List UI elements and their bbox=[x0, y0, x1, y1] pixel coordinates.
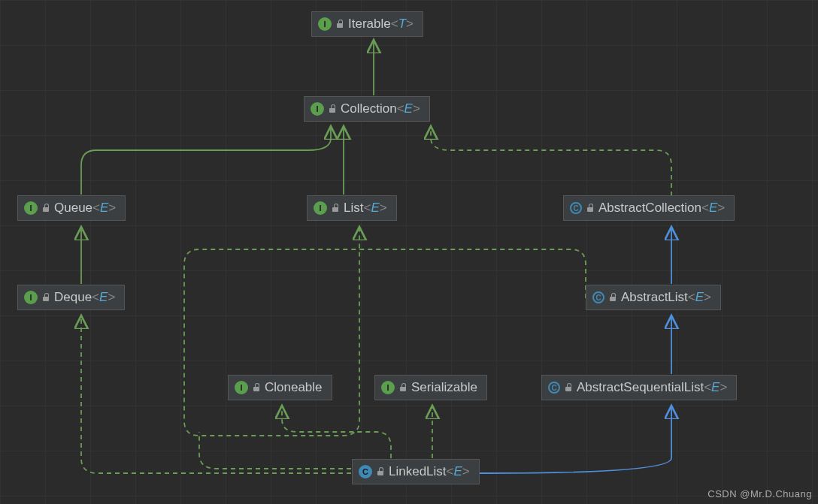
interface-icon: I bbox=[24, 291, 38, 304]
background-grid bbox=[0, 0, 818, 504]
node-list[interactable]: I List<E> bbox=[307, 195, 397, 221]
abstract-class-icon: C bbox=[570, 202, 582, 214]
node-abscol[interactable]: C AbstractCollection<E> bbox=[563, 195, 735, 221]
node-label: AbstractSequentialList<E> bbox=[577, 380, 727, 395]
watermark: CSDN @Mr.D.Chuang bbox=[707, 488, 812, 499]
interface-icon: I bbox=[235, 381, 248, 394]
lock-icon bbox=[42, 204, 50, 212]
interface-icon: I bbox=[318, 17, 332, 31]
interface-icon: I bbox=[311, 102, 324, 116]
node-label: AbstractList<E> bbox=[621, 290, 711, 305]
node-abslist[interactable]: C AbstractList<E> bbox=[586, 285, 721, 310]
node-collection[interactable]: I Collection<E> bbox=[304, 96, 430, 122]
lock-icon bbox=[586, 204, 594, 212]
node-label: Cloneable bbox=[265, 380, 323, 395]
lock-icon bbox=[42, 294, 50, 301]
node-label: LinkedList<E> bbox=[389, 464, 470, 479]
node-serializable[interactable]: I Serializable bbox=[374, 375, 487, 400]
abstract-class-icon: C bbox=[548, 382, 560, 394]
lock-icon bbox=[377, 468, 384, 475]
node-label: Collection<E> bbox=[341, 101, 420, 116]
lock-icon bbox=[609, 294, 617, 301]
interface-icon: I bbox=[24, 201, 38, 215]
interface-icon: I bbox=[381, 381, 395, 394]
node-label: Deque<E> bbox=[54, 290, 115, 305]
node-iterable[interactable]: I Iterable<T> bbox=[311, 11, 423, 37]
lock-icon bbox=[565, 384, 572, 391]
node-absseqlist[interactable]: C AbstractSequentialList<E> bbox=[541, 375, 737, 400]
node-label: AbstractCollection<E> bbox=[598, 201, 725, 216]
node-deque[interactable]: I Deque<E> bbox=[17, 285, 125, 310]
abstract-class-icon: C bbox=[592, 291, 604, 303]
node-cloneable[interactable]: I Cloneable bbox=[228, 375, 332, 400]
lock-icon bbox=[336, 20, 344, 28]
lock-icon bbox=[399, 384, 407, 391]
interface-icon: I bbox=[314, 201, 327, 215]
node-label: Queue<E> bbox=[54, 201, 116, 216]
lock-icon bbox=[253, 384, 260, 391]
lock-icon bbox=[329, 105, 336, 113]
node-label: List<E> bbox=[344, 201, 387, 216]
node-linkedlist[interactable]: C LinkedList<E> bbox=[352, 459, 480, 484]
node-label: Serializable bbox=[411, 380, 477, 395]
class-icon: C bbox=[359, 465, 372, 478]
node-queue[interactable]: I Queue<E> bbox=[17, 195, 126, 221]
lock-icon bbox=[332, 204, 339, 212]
node-label: Iterable<T> bbox=[348, 17, 414, 32]
